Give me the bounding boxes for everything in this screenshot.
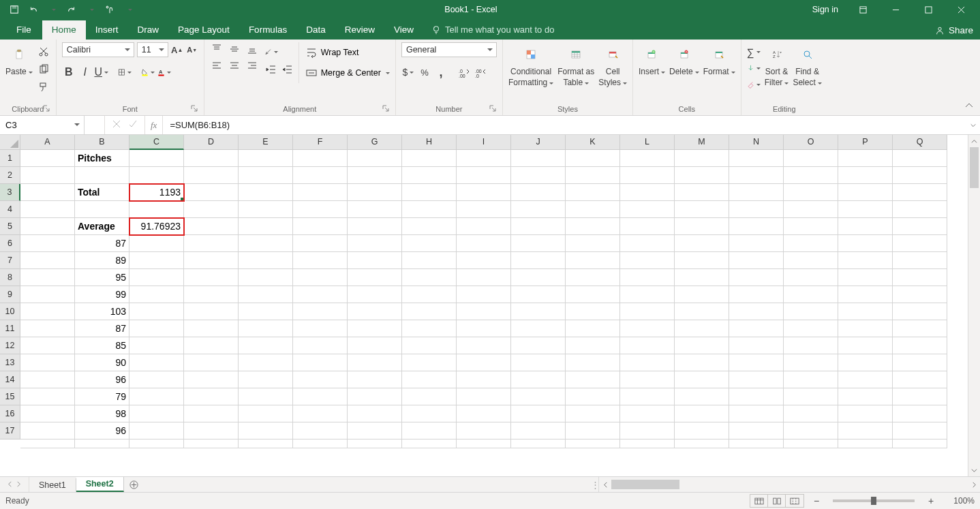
cell[interactable] bbox=[129, 252, 184, 269]
redo-dropdown-icon[interactable] bbox=[83, 2, 98, 17]
cell[interactable] bbox=[457, 167, 511, 184]
cell[interactable] bbox=[239, 303, 293, 320]
cell[interactable] bbox=[457, 439, 511, 448]
cell[interactable] bbox=[893, 388, 947, 405]
touch-mouse-mode-icon[interactable] bbox=[102, 2, 117, 17]
cell[interactable] bbox=[511, 405, 566, 422]
redo-icon[interactable] bbox=[64, 2, 79, 17]
clipboard-dialog-launcher-icon[interactable] bbox=[42, 105, 50, 113]
share-button[interactable]: Share bbox=[935, 25, 973, 35]
cell[interactable] bbox=[348, 388, 402, 405]
row-header[interactable]: 6 bbox=[0, 235, 20, 252]
cell[interactable] bbox=[893, 371, 947, 388]
signin-link[interactable]: Sign in bbox=[806, 5, 845, 14]
sort-filter-button[interactable]: AZ Sort & Filter bbox=[765, 42, 789, 87]
cell[interactable] bbox=[893, 354, 947, 371]
cell[interactable] bbox=[566, 320, 620, 337]
page-break-view-icon[interactable] bbox=[786, 495, 803, 507]
normal-view-icon[interactable] bbox=[750, 495, 768, 507]
row-header[interactable]: 8 bbox=[0, 269, 20, 286]
accounting-format-icon[interactable]: $ bbox=[401, 65, 415, 79]
cell[interactable] bbox=[511, 439, 566, 448]
cell[interactable]: 89 bbox=[75, 252, 129, 269]
cell[interactable] bbox=[20, 439, 75, 448]
cell[interactable] bbox=[402, 235, 457, 252]
cell[interactable] bbox=[402, 337, 457, 354]
cell[interactable] bbox=[293, 439, 348, 448]
cell[interactable] bbox=[566, 269, 620, 286]
cell[interactable] bbox=[784, 371, 838, 388]
cell[interactable] bbox=[20, 388, 75, 405]
column-header[interactable]: O bbox=[784, 135, 838, 150]
cell[interactable] bbox=[566, 184, 620, 201]
tab-home[interactable]: Home bbox=[42, 20, 86, 40]
cell[interactable] bbox=[729, 286, 784, 303]
cell[interactable] bbox=[184, 439, 239, 448]
horizontal-scroll-thumb[interactable] bbox=[611, 480, 679, 489]
page-layout-view-icon[interactable] bbox=[768, 495, 786, 507]
cell[interactable] bbox=[511, 337, 566, 354]
maximize-icon[interactable] bbox=[913, 0, 943, 19]
cell[interactable] bbox=[729, 405, 784, 422]
cell[interactable]: 87 bbox=[75, 235, 129, 252]
cell[interactable] bbox=[566, 354, 620, 371]
cell[interactable] bbox=[239, 218, 293, 235]
zoom-in-icon[interactable]: + bbox=[925, 495, 936, 506]
cell[interactable] bbox=[129, 150, 184, 167]
align-bottom-icon[interactable] bbox=[245, 42, 259, 56]
cell[interactable] bbox=[293, 388, 348, 405]
cell[interactable] bbox=[293, 286, 348, 303]
column-header[interactable]: G bbox=[348, 135, 402, 150]
cell[interactable] bbox=[784, 354, 838, 371]
cell[interactable] bbox=[348, 252, 402, 269]
row-header[interactable]: 3 bbox=[0, 184, 20, 201]
cell[interactable] bbox=[239, 337, 293, 354]
cell[interactable] bbox=[511, 201, 566, 218]
cell[interactable] bbox=[348, 269, 402, 286]
tab-view[interactable]: View bbox=[384, 20, 423, 40]
decrease-font-icon[interactable]: A▼ bbox=[186, 42, 198, 57]
cell[interactable] bbox=[239, 269, 293, 286]
cell[interactable] bbox=[20, 422, 75, 439]
cell[interactable] bbox=[784, 235, 838, 252]
font-dialog-launcher-icon[interactable] bbox=[190, 105, 198, 113]
cell[interactable] bbox=[20, 405, 75, 422]
increase-font-icon[interactable]: A▲ bbox=[171, 42, 183, 57]
cell[interactable] bbox=[348, 405, 402, 422]
cell[interactable]: 98 bbox=[75, 405, 129, 422]
cell[interactable] bbox=[129, 405, 184, 422]
cell[interactable] bbox=[402, 405, 457, 422]
cell[interactable]: 95 bbox=[75, 269, 129, 286]
clear-icon[interactable] bbox=[747, 78, 761, 91]
cell[interactable] bbox=[348, 167, 402, 184]
cell[interactable] bbox=[20, 320, 75, 337]
cell[interactable] bbox=[457, 218, 511, 235]
cell[interactable] bbox=[239, 388, 293, 405]
cell[interactable] bbox=[620, 303, 675, 320]
merge-center-button[interactable]: Merge & Center bbox=[305, 63, 390, 83]
cell[interactable] bbox=[729, 252, 784, 269]
cell[interactable] bbox=[184, 371, 239, 388]
cell[interactable] bbox=[457, 235, 511, 252]
cell[interactable] bbox=[729, 354, 784, 371]
tab-file[interactable]: File bbox=[5, 20, 42, 40]
cell[interactable] bbox=[129, 269, 184, 286]
column-header[interactable]: A bbox=[20, 135, 75, 150]
tab-scroll-grip[interactable]: ⋮ bbox=[592, 477, 598, 492]
cell[interactable] bbox=[129, 337, 184, 354]
format-cells-button[interactable]: Format bbox=[703, 42, 735, 76]
cell[interactable] bbox=[675, 388, 729, 405]
decrease-decimal-icon[interactable]: .00.0 bbox=[474, 65, 487, 79]
row-header[interactable]: 15 bbox=[0, 388, 20, 405]
cell[interactable] bbox=[402, 422, 457, 439]
cell[interactable] bbox=[838, 286, 893, 303]
cell[interactable] bbox=[293, 184, 348, 201]
number-format-combo[interactable]: General bbox=[401, 42, 497, 57]
sheet-nav-next-icon[interactable] bbox=[16, 480, 22, 489]
bold-icon[interactable]: B bbox=[62, 65, 76, 79]
fill-icon[interactable] bbox=[747, 61, 761, 75]
number-dialog-launcher-icon[interactable] bbox=[489, 105, 497, 113]
cell[interactable] bbox=[566, 286, 620, 303]
cell[interactable] bbox=[129, 235, 184, 252]
cell[interactable] bbox=[184, 405, 239, 422]
